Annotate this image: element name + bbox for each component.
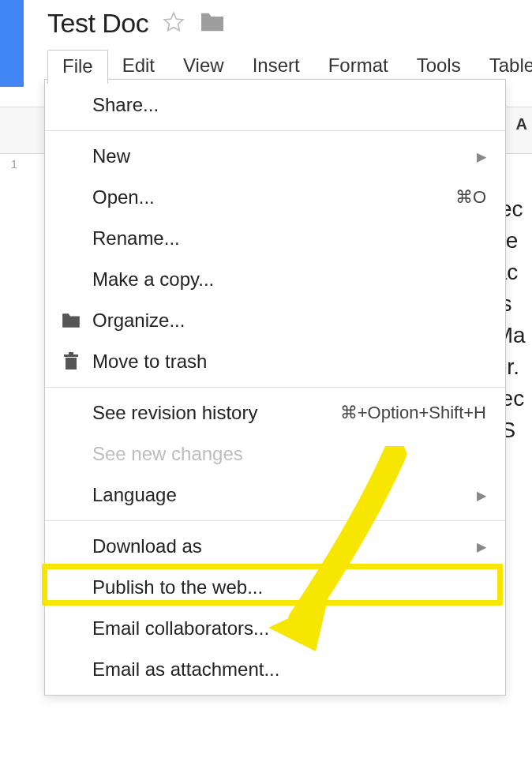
- menu-label: Language: [92, 484, 467, 506]
- menu-item-trash[interactable]: Move to trash: [45, 341, 505, 382]
- menu-item-language[interactable]: Language ▶: [45, 475, 505, 516]
- menu-label: See new changes: [92, 443, 486, 465]
- menu-separator: [45, 387, 505, 388]
- menu-file[interactable]: File: [47, 50, 108, 84]
- menu-label: Publish to the web...: [92, 576, 486, 598]
- header: Test Doc File Edit View Insert Format To…: [47, 8, 532, 84]
- menu-label: Email collaborators...: [92, 617, 486, 640]
- menu-item-new[interactable]: New ▶: [45, 136, 505, 177]
- menu-item-download-as[interactable]: Download as ▶: [45, 526, 505, 567]
- document-title[interactable]: Test Doc: [47, 8, 148, 39]
- keyboard-shortcut: ⌘O: [455, 187, 486, 208]
- menu-separator: [45, 520, 505, 521]
- svg-rect-2: [64, 354, 78, 357]
- app-logo-strip: [0, 0, 24, 87]
- ruler-mark-1: 1: [11, 158, 17, 171]
- toolbar-partial-button[interactable]: A: [516, 115, 527, 133]
- menu-item-organize[interactable]: Organize...: [45, 300, 505, 341]
- keyboard-shortcut: ⌘+Option+Shift+H: [340, 403, 486, 423]
- svg-rect-3: [69, 352, 73, 354]
- file-menu-dropdown: Share... New ▶ Open... ⌘O Rename... Make…: [44, 79, 506, 696]
- menu-label: Email as attachment...: [92, 658, 486, 681]
- star-icon[interactable]: [163, 11, 185, 36]
- menu-label: Organize...: [92, 309, 486, 332]
- menu-label: Make a copy...: [92, 268, 486, 291]
- menu-label: Rename...: [92, 227, 486, 249]
- menu-item-email-attachment[interactable]: Email as attachment...: [45, 649, 505, 690]
- svg-rect-1: [66, 358, 77, 369]
- menu-label: Open...: [92, 186, 455, 208]
- menu-item-email-collaborators[interactable]: Email collaborators...: [45, 608, 505, 649]
- menu-item-share[interactable]: Share...: [45, 84, 505, 126]
- move-to-folder-icon[interactable]: [199, 11, 226, 36]
- menu-label: See revision history: [92, 402, 340, 424]
- svg-marker-0: [165, 13, 183, 30]
- menu-item-rename[interactable]: Rename...: [45, 218, 505, 259]
- menu-item-make-copy[interactable]: Make a copy...: [45, 259, 505, 300]
- menu-item-new-changes: See new changes: [45, 433, 505, 475]
- menu-item-revision-history[interactable]: See revision history ⌘+Option+Shift+H: [45, 392, 505, 433]
- trash-icon: [59, 352, 83, 371]
- folder-icon: [59, 312, 83, 329]
- submenu-caret-icon: ▶: [477, 539, 486, 554]
- menu-separator: [45, 130, 505, 131]
- menu-label: New: [92, 145, 467, 167]
- menu-item-open[interactable]: Open... ⌘O: [45, 177, 505, 218]
- submenu-caret-icon: ▶: [477, 149, 486, 164]
- menu-label: Download as: [92, 535, 467, 557]
- submenu-caret-icon: ▶: [477, 488, 486, 503]
- menu-label: Share...: [92, 94, 486, 116]
- menu-label: Move to trash: [92, 351, 486, 373]
- menu-item-publish-to-web[interactable]: Publish to the web...: [45, 567, 505, 608]
